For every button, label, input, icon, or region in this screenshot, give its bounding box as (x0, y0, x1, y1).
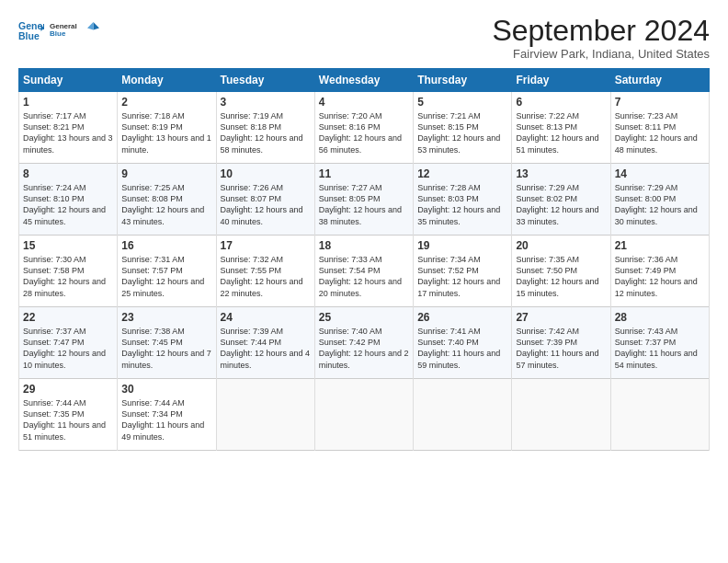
header-friday: Friday (512, 69, 610, 92)
cell-info: Sunrise: 7:35 AMSunset: 7:50 PMDaylight:… (516, 254, 606, 299)
cell-info: Sunrise: 7:38 AMSunset: 7:45 PMDaylight:… (121, 326, 211, 371)
calendar-cell: 6Sunrise: 7:22 AMSunset: 8:13 PMDaylight… (512, 92, 610, 164)
title-block: September 2024 Fairview Park, Indiana, U… (492, 15, 710, 61)
day-number: 26 (417, 311, 507, 324)
day-number: 20 (516, 239, 606, 252)
calendar-cell: 21Sunrise: 7:36 AMSunset: 7:49 PMDayligh… (610, 236, 709, 307)
header-wednesday: Wednesday (314, 69, 413, 92)
calendar-cell: 15Sunrise: 7:30 AMSunset: 7:58 PMDayligh… (19, 236, 118, 307)
cell-info: Sunrise: 7:29 AMSunset: 8:02 PMDaylight:… (516, 182, 606, 227)
cell-info: Sunrise: 7:30 AMSunset: 7:58 PMDaylight:… (23, 254, 113, 299)
calendar-cell: 18Sunrise: 7:33 AMSunset: 7:54 PMDayligh… (314, 236, 413, 307)
svg-text:Blue: Blue (18, 30, 40, 41)
calendar-cell: 7Sunrise: 7:23 AMSunset: 8:11 PMDaylight… (610, 92, 709, 164)
cell-info: Sunrise: 7:23 AMSunset: 8:11 PMDaylight:… (615, 110, 705, 155)
cell-info: Sunrise: 7:24 AMSunset: 8:10 PMDaylight:… (23, 182, 113, 227)
cell-info: Sunrise: 7:33 AMSunset: 7:54 PMDaylight:… (319, 254, 409, 299)
cell-info: Sunrise: 7:25 AMSunset: 8:08 PMDaylight:… (121, 182, 211, 227)
day-number: 24 (221, 311, 311, 324)
cell-info: Sunrise: 7:32 AMSunset: 7:55 PMDaylight:… (221, 254, 311, 299)
calendar-cell: 20Sunrise: 7:35 AMSunset: 7:50 PMDayligh… (512, 236, 610, 307)
cell-info: Sunrise: 7:44 AMSunset: 7:34 PMDaylight:… (121, 397, 211, 442)
day-number: 15 (23, 239, 113, 252)
cell-info: Sunrise: 7:42 AMSunset: 7:39 PMDaylight:… (516, 326, 606, 371)
calendar-cell (512, 379, 610, 451)
header: General Blue General Blue September 2024… (18, 15, 710, 61)
cell-info: Sunrise: 7:20 AMSunset: 8:16 PMDaylight:… (319, 110, 409, 155)
svg-text:Blue: Blue (50, 29, 66, 38)
header-saturday: Saturday (610, 69, 709, 92)
day-number: 7 (615, 96, 705, 109)
logo: General Blue General Blue (18, 15, 100, 48)
calendar-cell: 3Sunrise: 7:19 AMSunset: 8:18 PMDaylight… (216, 92, 314, 164)
calendar-cell: 2Sunrise: 7:18 AMSunset: 8:19 PMDaylight… (118, 92, 216, 164)
day-number: 10 (221, 167, 311, 180)
cell-info: Sunrise: 7:31 AMSunset: 7:57 PMDaylight:… (121, 254, 211, 299)
day-number: 16 (121, 239, 211, 252)
day-number: 8 (23, 167, 113, 180)
cell-info: Sunrise: 7:19 AMSunset: 8:18 PMDaylight:… (221, 110, 311, 155)
day-number: 14 (615, 167, 705, 180)
calendar-cell: 19Sunrise: 7:34 AMSunset: 7:52 PMDayligh… (414, 236, 512, 307)
calendar-cell: 23Sunrise: 7:38 AMSunset: 7:45 PMDayligh… (118, 307, 216, 379)
calendar-cell: 25Sunrise: 7:40 AMSunset: 7:42 PMDayligh… (314, 307, 413, 379)
header-tuesday: Tuesday (216, 69, 314, 92)
day-number: 28 (615, 311, 705, 324)
calendar-header-row: SundayMondayTuesdayWednesdayThursdayFrid… (19, 69, 710, 92)
day-number: 19 (417, 239, 507, 252)
calendar-cell (414, 379, 512, 451)
day-number: 30 (121, 383, 211, 396)
day-number: 27 (516, 311, 606, 324)
day-number: 25 (319, 311, 409, 324)
calendar-cell: 1Sunrise: 7:17 AMSunset: 8:21 PMDaylight… (19, 92, 118, 164)
calendar-cell (314, 379, 413, 451)
page: General Blue General Blue September 2024… (0, 0, 728, 563)
subtitle: Fairview Park, Indiana, United States (492, 47, 710, 61)
day-number: 2 (121, 96, 211, 109)
calendar-cell: 16Sunrise: 7:31 AMSunset: 7:57 PMDayligh… (118, 236, 216, 307)
cell-info: Sunrise: 7:41 AMSunset: 7:40 PMDaylight:… (417, 326, 507, 371)
day-number: 22 (23, 311, 113, 324)
day-number: 12 (417, 167, 507, 180)
calendar-cell: 30Sunrise: 7:44 AMSunset: 7:34 PMDayligh… (118, 379, 216, 451)
calendar-table: SundayMondayTuesdayWednesdayThursdayFrid… (18, 68, 710, 451)
cell-info: Sunrise: 7:18 AMSunset: 8:19 PMDaylight:… (121, 110, 211, 155)
calendar-cell: 13Sunrise: 7:29 AMSunset: 8:02 PMDayligh… (512, 164, 610, 236)
cell-info: Sunrise: 7:26 AMSunset: 8:07 PMDaylight:… (221, 182, 311, 227)
calendar-cell (610, 379, 709, 451)
header-thursday: Thursday (414, 69, 512, 92)
day-number: 5 (417, 96, 507, 109)
calendar-cell: 4Sunrise: 7:20 AMSunset: 8:16 PMDaylight… (314, 92, 413, 164)
cell-info: Sunrise: 7:29 AMSunset: 8:00 PMDaylight:… (615, 182, 705, 227)
calendar-cell (216, 379, 314, 451)
cell-info: Sunrise: 7:39 AMSunset: 7:44 PMDaylight:… (221, 326, 311, 371)
day-number: 11 (319, 167, 409, 180)
calendar-cell: 26Sunrise: 7:41 AMSunset: 7:40 PMDayligh… (414, 307, 512, 379)
day-number: 13 (516, 167, 606, 180)
cell-info: Sunrise: 7:28 AMSunset: 8:03 PMDaylight:… (417, 182, 507, 227)
header-monday: Monday (118, 69, 216, 92)
day-number: 9 (121, 167, 211, 180)
calendar-cell: 14Sunrise: 7:29 AMSunset: 8:00 PMDayligh… (610, 164, 709, 236)
header-sunday: Sunday (19, 69, 118, 92)
svg-marker-6 (87, 22, 94, 30)
cell-info: Sunrise: 7:27 AMSunset: 8:05 PMDaylight:… (319, 182, 409, 227)
cell-info: Sunrise: 7:44 AMSunset: 7:35 PMDaylight:… (23, 397, 113, 442)
day-number: 17 (221, 239, 311, 252)
cell-info: Sunrise: 7:37 AMSunset: 7:47 PMDaylight:… (23, 326, 113, 371)
calendar-cell: 10Sunrise: 7:26 AMSunset: 8:07 PMDayligh… (216, 164, 314, 236)
calendar-cell: 22Sunrise: 7:37 AMSunset: 7:47 PMDayligh… (19, 307, 118, 379)
cell-info: Sunrise: 7:34 AMSunset: 7:52 PMDaylight:… (417, 254, 507, 299)
cell-info: Sunrise: 7:43 AMSunset: 7:37 PMDaylight:… (615, 326, 705, 371)
cell-info: Sunrise: 7:22 AMSunset: 8:13 PMDaylight:… (516, 110, 606, 155)
calendar-cell: 5Sunrise: 7:21 AMSunset: 8:15 PMDaylight… (414, 92, 512, 164)
calendar-cell: 29Sunrise: 7:44 AMSunset: 7:35 PMDayligh… (19, 379, 118, 451)
day-number: 4 (319, 96, 409, 109)
day-number: 3 (221, 96, 311, 109)
calendar-cell: 17Sunrise: 7:32 AMSunset: 7:55 PMDayligh… (216, 236, 314, 307)
main-title: September 2024 (492, 15, 710, 47)
day-number: 23 (121, 311, 211, 324)
day-number: 29 (23, 383, 113, 396)
calendar-cell: 8Sunrise: 7:24 AMSunset: 8:10 PMDaylight… (19, 164, 118, 236)
calendar-cell: 28Sunrise: 7:43 AMSunset: 7:37 PMDayligh… (610, 307, 709, 379)
